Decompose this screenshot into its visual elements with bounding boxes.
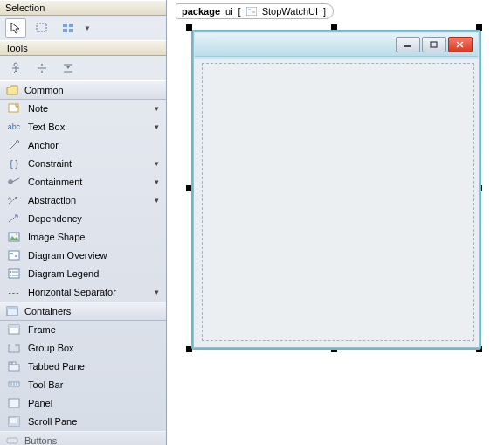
tools-tool-row (0, 56, 166, 80)
svg-text:A: A (8, 196, 11, 201)
section-selection-header[interactable]: Selection (0, 0, 166, 16)
item-label: Note (28, 103, 48, 114)
item-toolbar[interactable]: Tool Bar (0, 376, 166, 394)
package-path: ui (225, 6, 233, 17)
item-tabbedpane[interactable]: Tabbed Pane (0, 358, 166, 376)
section-tools-label: Tools (5, 43, 28, 53)
item-label: Tabbed Pane (28, 361, 85, 372)
item-hseparator[interactable]: --- Horizontal Separator ▾ (0, 283, 166, 302)
item-label: Group Box (28, 343, 74, 353)
item-label: Frame (28, 324, 56, 335)
diagram-canvas[interactable]: package ui [ StopWatchUI ] (167, 0, 504, 445)
item-textbox[interactable]: abc Text Box ▾ (0, 118, 166, 136)
svg-point-21 (9, 180, 13, 184)
palette: Selection ▼ Tools (0, 0, 167, 445)
item-dependency[interactable]: Dependency (0, 210, 166, 228)
textbox-icon: abc (7, 121, 21, 133)
svg-rect-34 (15, 255, 17, 257)
svg-rect-2 (63, 24, 67, 27)
item-label: Anchor (28, 140, 59, 150)
item-frame[interactable]: Frame (0, 321, 166, 339)
frame-client-area[interactable] (202, 63, 474, 341)
person-icon (10, 62, 22, 74)
ui-frame-element[interactable] (191, 30, 481, 350)
groupbox-icon (7, 342, 21, 354)
item-diagramlegend[interactable]: Diagram Legend (0, 265, 166, 283)
svg-marker-16 (66, 66, 70, 69)
svg-rect-32 (9, 251, 19, 260)
section-selection-label: Selection (5, 3, 45, 13)
category-common-label: Common (24, 85, 64, 95)
item-label: Diagram Overview (28, 250, 107, 261)
item-label: Constraint (28, 158, 72, 169)
svg-rect-44 (9, 345, 19, 352)
chevron-down-icon: ▾ (155, 288, 159, 296)
item-diagramoverview[interactable]: Diagram Overview (0, 247, 166, 265)
item-label: Scroll Pane (28, 416, 77, 427)
svg-marker-18 (16, 104, 18, 107)
tool-c[interactable] (58, 59, 79, 78)
separator-icon: --- (7, 286, 21, 298)
item-label: Image Shape (28, 232, 85, 242)
svg-rect-47 (9, 362, 12, 365)
maximize-icon (430, 41, 438, 48)
tool-a[interactable] (5, 59, 26, 78)
image-icon (7, 231, 21, 243)
category-containers-header[interactable]: Containers (0, 302, 166, 321)
svg-line-28 (9, 215, 17, 222)
item-constraint[interactable]: { } Constraint ▾ (0, 155, 166, 173)
svg-rect-41 (7, 307, 17, 309)
package-breadcrumb[interactable]: package ui [ StopWatchUI ] (176, 3, 334, 19)
item-note[interactable]: Note ▾ (0, 100, 166, 118)
svg-rect-43 (9, 325, 19, 328)
svg-marker-30 (10, 236, 19, 240)
svg-rect-36 (10, 271, 11, 273)
category-buttons-header[interactable]: Buttons (0, 431, 166, 445)
svg-rect-56 (9, 423, 19, 426)
item-panel[interactable]: Panel (0, 394, 166, 413)
common-items-list: Note ▾ abc Text Box ▾ Anchor { } Constra… (0, 100, 166, 445)
svg-rect-55 (17, 417, 19, 426)
tool-marquee[interactable] (31, 18, 52, 38)
minimize-button[interactable] (396, 37, 420, 52)
maximize-button[interactable] (422, 37, 446, 52)
svg-rect-35 (9, 269, 19, 278)
item-anchor[interactable]: Anchor (0, 136, 166, 155)
chevron-down-icon: ▾ (155, 104, 159, 113)
category-buttons-label: Buttons (24, 435, 57, 445)
item-containment[interactable]: Containment ▾ (0, 173, 166, 191)
svg-rect-1 (37, 24, 46, 31)
frame-titlebar[interactable] (195, 33, 478, 57)
svg-rect-58 (246, 7, 257, 16)
containment-icon (7, 176, 21, 188)
svg-rect-52 (16, 383, 17, 386)
svg-rect-33 (10, 253, 13, 254)
selection-tool-row: ▼ (0, 16, 166, 40)
panel-icon (7, 397, 21, 409)
item-imageshape[interactable]: Image Shape (0, 228, 166, 247)
tool-grid-select[interactable] (58, 18, 79, 38)
item-label: Tool Bar (28, 379, 63, 390)
svg-rect-49 (9, 382, 19, 386)
svg-rect-62 (431, 42, 437, 47)
category-containers-label: Containers (24, 306, 71, 316)
item-groupbox[interactable]: Group Box (0, 339, 166, 358)
svg-rect-46 (9, 365, 19, 371)
section-tools-header[interactable]: Tools (0, 40, 166, 56)
category-common-header[interactable]: Common (0, 80, 166, 100)
svg-rect-4 (63, 29, 67, 32)
tool-b[interactable] (31, 59, 52, 78)
item-abstraction[interactable]: A Abstraction ▾ (0, 191, 166, 210)
item-scrollpane[interactable]: Scroll Pane (0, 413, 166, 431)
svg-line-25 (9, 197, 17, 204)
chevron-down-icon: ▾ (155, 196, 159, 205)
dropdown-arrow-icon[interactable]: ▼ (84, 24, 91, 32)
close-button[interactable] (448, 37, 473, 52)
svg-rect-57 (7, 438, 17, 443)
tool-pointer[interactable] (5, 18, 26, 38)
containers-icon (5, 305, 19, 317)
cursor-icon (10, 22, 21, 34)
app-root: Selection ▼ Tools (0, 0, 504, 445)
grid-select-icon (62, 23, 74, 33)
svg-rect-29 (9, 233, 19, 241)
